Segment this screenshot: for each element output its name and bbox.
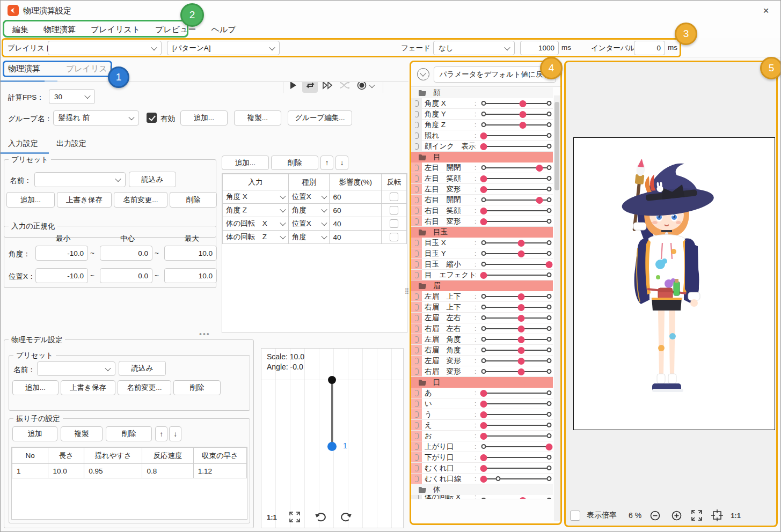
param-slider[interactable] xyxy=(480,366,553,376)
preset-name-select[interactable] xyxy=(34,172,126,187)
model-preset-rename-button[interactable]: 名前変更... xyxy=(118,380,171,395)
fit-view-icon[interactable] xyxy=(689,509,705,522)
param-slider[interactable] xyxy=(480,323,553,334)
type-cell-select[interactable]: 角度 xyxy=(288,204,330,217)
fade-select[interactable]: なし xyxy=(433,41,515,55)
model-preset-name-select[interactable] xyxy=(37,361,115,376)
slider-knob[interactable] xyxy=(517,293,524,300)
param-slider[interactable] xyxy=(480,109,553,119)
tab-playlist[interactable]: プレイリスト xyxy=(66,64,115,74)
fit-view-icon[interactable] xyxy=(287,511,303,523)
param-slider[interactable] xyxy=(480,216,553,226)
type-cell-select[interactable]: 位置X xyxy=(288,217,330,231)
pendulum-canvas[interactable]: Scale: 10.0 Angle: -0.0 1 1:1 xyxy=(261,348,404,528)
param-slider[interactable] xyxy=(480,356,553,366)
slider-knob[interactable] xyxy=(517,336,524,343)
menu-item-4[interactable]: ヘルプ xyxy=(204,23,244,37)
param-slider[interactable] xyxy=(480,291,553,301)
param-slider[interactable] xyxy=(480,259,553,269)
pendulum-cell[interactable]: 10.0 xyxy=(48,464,84,478)
slider-knob[interactable] xyxy=(480,175,487,182)
subtab-input[interactable]: 入力設定 xyxy=(8,139,38,149)
model-view-canvas[interactable] xyxy=(573,137,775,430)
pendulum-add-button[interactable]: 追加 xyxy=(12,426,57,441)
input-cell-select[interactable]: 体の回転 X xyxy=(223,217,289,231)
model-preset-load-button[interactable]: 読込み xyxy=(119,361,166,376)
preset-load-button[interactable]: 読込み xyxy=(129,172,176,187)
pendulum-move-down-button[interactable]: ↓ xyxy=(169,426,181,441)
preview-ratio-button[interactable]: 1:1 xyxy=(731,512,741,520)
slider-knob[interactable] xyxy=(480,433,487,440)
param-slider[interactable] xyxy=(480,313,553,323)
menu-item-0[interactable]: 編集 xyxy=(5,23,36,37)
pendulum-cell[interactable]: 1 xyxy=(12,464,48,478)
invert-checkbox[interactable] xyxy=(390,233,398,241)
close-icon[interactable]: × xyxy=(758,3,774,19)
input-cell-select[interactable]: 体の回転 Z xyxy=(223,231,289,244)
parameter-scrollbar[interactable] xyxy=(554,95,560,521)
param-slider[interactable] xyxy=(480,162,553,173)
param-slider[interactable] xyxy=(480,495,553,499)
model-preset-overwrite-button[interactable]: 上書き保存 xyxy=(61,380,115,395)
param-slider[interactable] xyxy=(480,463,553,473)
slider-knob[interactable] xyxy=(536,197,543,204)
param-group-目[interactable]: 目 xyxy=(411,152,553,162)
slider-knob[interactable] xyxy=(480,454,487,461)
enabled-checkbox[interactable] xyxy=(147,113,157,123)
menu-item-2[interactable]: プレイリスト xyxy=(83,23,148,37)
param-slider[interactable] xyxy=(480,173,553,183)
param-slider[interactable] xyxy=(480,441,553,452)
param-slider[interactable] xyxy=(480,98,553,108)
type-cell-select[interactable]: 位置X xyxy=(288,190,330,204)
slider-knob[interactable] xyxy=(520,111,527,118)
fps-select[interactable]: 30 xyxy=(49,89,95,104)
model-preset-add-button[interactable]: 追加... xyxy=(12,380,59,395)
input-add-button[interactable]: 追加... xyxy=(222,156,269,170)
input-cell-select[interactable]: 角度 X xyxy=(223,190,289,204)
influence-cell[interactable]: 60 xyxy=(330,190,382,204)
param-slider[interactable] xyxy=(480,120,553,130)
input-move-up-button[interactable]: ↑ xyxy=(320,156,333,170)
param-slider[interactable] xyxy=(480,270,553,280)
slider-knob[interactable] xyxy=(520,100,527,107)
zoom-in-icon[interactable] xyxy=(668,509,684,522)
tab-physics[interactable]: 物理演算 xyxy=(8,64,40,74)
playlist-select[interactable] xyxy=(48,41,162,55)
param-slider[interactable] xyxy=(480,184,553,194)
group-select[interactable]: 髪揺れ 前 xyxy=(53,110,139,125)
slider-knob[interactable] xyxy=(480,218,487,225)
influence-cell[interactable]: 40 xyxy=(330,231,382,244)
slider-knob[interactable] xyxy=(517,347,524,354)
param-slider[interactable] xyxy=(480,409,553,419)
slider-knob[interactable] xyxy=(517,358,524,365)
influence-cell[interactable]: 60 xyxy=(330,204,382,217)
input-delete-button[interactable]: 削除 xyxy=(271,156,318,170)
param-slider[interactable] xyxy=(480,398,553,409)
slider-knob[interactable] xyxy=(546,261,553,268)
invert-checkbox[interactable] xyxy=(390,219,398,228)
invert-checkbox[interactable] xyxy=(390,193,398,201)
pattern-select[interactable]: [パターンA] xyxy=(167,41,280,55)
model-preset-delete-button[interactable]: 削除 xyxy=(173,380,221,395)
slider-knob[interactable] xyxy=(520,497,527,500)
norm-center-input[interactable]: 0.0 xyxy=(100,246,152,261)
slider-knob[interactable] xyxy=(480,132,487,139)
param-slider[interactable] xyxy=(480,345,553,355)
collapse-all-icon[interactable] xyxy=(417,68,429,80)
record-options-chevron-icon[interactable] xyxy=(369,82,375,88)
scrollbar-thumb[interactable] xyxy=(554,102,559,190)
param-slider[interactable] xyxy=(480,302,553,312)
reset-parameters-button[interactable]: パラメータをデフォルト値に戻す xyxy=(434,66,556,83)
canvas-ratio-button[interactable]: 1:1 xyxy=(267,513,277,521)
slider-knob[interactable] xyxy=(480,390,487,397)
slider-knob[interactable] xyxy=(480,401,487,408)
slider-knob[interactable] xyxy=(517,250,524,257)
group-edit-button[interactable]: グループ編集... xyxy=(288,110,352,125)
pendulum-cell[interactable]: 0.8 xyxy=(142,464,193,478)
subtab-output[interactable]: 出力設定 xyxy=(56,139,86,149)
type-cell-select[interactable]: 角度 xyxy=(288,231,330,244)
slider-knob[interactable] xyxy=(517,326,524,332)
preview-checkbox[interactable] xyxy=(570,511,580,521)
pendulum-duplicate-button[interactable]: 複製 xyxy=(61,426,103,441)
slider-knob[interactable] xyxy=(517,304,524,311)
